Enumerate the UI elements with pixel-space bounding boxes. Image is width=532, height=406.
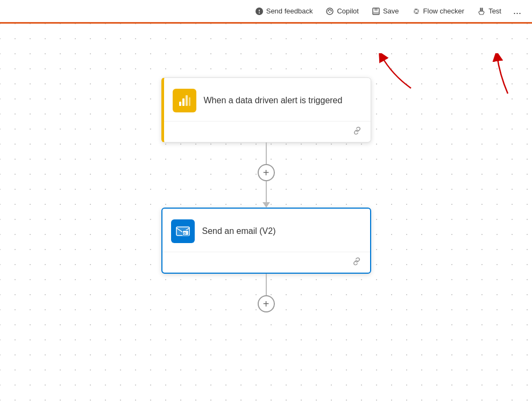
svg-rect-4 (373, 12, 379, 14)
flow-checker-icon (412, 7, 421, 16)
save-button[interactable]: Save (366, 4, 405, 19)
add-step-button-bottom[interactable]: + (258, 295, 275, 312)
svg-text:O: O (183, 232, 186, 235)
svg-rect-3 (374, 8, 378, 11)
toolbar: Send feedback Copilot Save (0, 0, 532, 24)
trigger-node-footer (164, 121, 371, 142)
test-icon (477, 7, 486, 16)
connector-line-bottom (266, 274, 267, 295)
flow-checker-button[interactable]: Flow checker (407, 4, 470, 19)
save-icon (372, 7, 380, 16)
more-options-button[interactable]: ... (509, 3, 526, 19)
annotation-arrow-2 (481, 53, 513, 96)
feedback-icon (255, 7, 264, 16)
annotation-arrow-1 (371, 53, 414, 91)
flow-checker-label: Flow checker (423, 7, 465, 15)
svg-point-1 (329, 12, 330, 13)
trigger-node-icon (173, 89, 196, 112)
trigger-node-title: When a data driven alert is triggered (204, 95, 343, 106)
flow-canvas: When a data driven alert is triggered + (0, 24, 532, 406)
copilot-label: Copilot (337, 7, 358, 15)
connector-bottom: + (258, 274, 275, 312)
save-label: Save (383, 7, 399, 15)
trigger-node-header: When a data driven alert is triggered (164, 78, 371, 121)
more-icon: ... (513, 5, 521, 16)
send-feedback-button[interactable]: Send feedback (250, 4, 318, 19)
test-label: Test (488, 7, 501, 15)
svg-rect-8 (189, 97, 190, 106)
action-node-title: Send an email (V2) (202, 226, 276, 237)
svg-point-0 (327, 8, 333, 15)
test-button[interactable]: Test (472, 4, 507, 19)
trigger-link-icon (352, 126, 362, 138)
connector-arrow (263, 202, 270, 208)
connector-line-mid (266, 181, 267, 203)
action-node-icon: O (171, 219, 195, 243)
connector-top: + (258, 143, 275, 208)
action-node-footer (162, 252, 370, 273)
add-step-mid-icon: + (263, 167, 269, 179)
action-node[interactable]: O Send an email (V2) (161, 208, 371, 274)
add-step-bottom-icon: + (263, 298, 269, 310)
flow-diagram: When a data driven alert is triggered + (161, 77, 371, 312)
copilot-icon (325, 7, 334, 16)
svg-rect-7 (186, 95, 188, 106)
action-link-icon (352, 257, 361, 268)
copilot-button[interactable]: Copilot (320, 4, 364, 19)
action-node-header: O Send an email (V2) (162, 209, 370, 252)
trigger-node[interactable]: When a data driven alert is triggered (161, 77, 371, 143)
send-feedback-label: Send feedback (266, 7, 313, 15)
svg-rect-5 (179, 102, 181, 106)
add-step-button-mid[interactable]: + (258, 164, 275, 181)
svg-rect-6 (182, 98, 185, 106)
connector-line-top (266, 143, 267, 164)
